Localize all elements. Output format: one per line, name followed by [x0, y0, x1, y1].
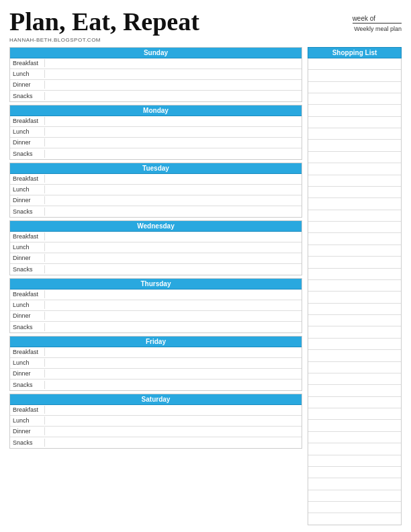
meal-row: Lunch	[10, 185, 302, 195]
meal-input[interactable]	[45, 380, 302, 390]
shopping-line[interactable]	[308, 420, 401, 431]
shopping-line[interactable]	[308, 350, 401, 361]
meal-label: Lunch	[10, 243, 45, 251]
day-block-saturday: SaturdayBreakfastLunchDinnerSnacks	[9, 394, 302, 449]
meal-input[interactable]	[45, 195, 302, 206]
shopping-line[interactable]	[308, 105, 401, 116]
meal-input[interactable]	[45, 80, 302, 90]
shopping-list-header: Shopping List	[308, 47, 402, 58]
shopping-line[interactable]	[308, 128, 401, 140]
shopping-line[interactable]	[308, 93, 401, 105]
shopping-line[interactable]	[308, 467, 401, 478]
shopping-line[interactable]	[308, 315, 401, 326]
day-block-monday: MondayBreakfastLunchDinnerSnacks	[9, 105, 302, 160]
shopping-line[interactable]	[308, 140, 401, 151]
week-of-line: week of	[353, 15, 402, 24]
meal-row: Breakfast	[10, 58, 302, 69]
meal-input[interactable]	[45, 138, 302, 148]
meal-label: Dinner	[10, 81, 45, 89]
meal-input[interactable]	[45, 405, 302, 415]
shopping-line[interactable]	[308, 163, 401, 175]
shopping-line[interactable]	[308, 245, 401, 257]
meal-label: Snacks	[10, 323, 45, 331]
shopping-line[interactable]	[308, 70, 401, 81]
meal-input[interactable]	[45, 322, 302, 332]
shopping-line[interactable]	[308, 304, 401, 315]
meal-label: Snacks	[10, 92, 45, 100]
meal-input[interactable]	[45, 437, 302, 447]
shopping-line[interactable]	[308, 339, 401, 350]
shopping-line[interactable]	[308, 373, 401, 385]
meal-input[interactable]	[45, 427, 302, 437]
meal-input[interactable]	[45, 242, 302, 253]
page: Plan, Eat, Repeat HANNAH-BETH.BLOGSPOT.C…	[0, 0, 411, 532]
meal-input[interactable]	[45, 58, 302, 69]
shopping-line[interactable]	[308, 432, 401, 443]
meal-input[interactable]	[45, 148, 302, 159]
meal-row: Snacks	[10, 206, 302, 217]
day-block-friday: FridayBreakfastLunchDinnerSnacks	[9, 336, 302, 391]
shopping-line[interactable]	[308, 292, 401, 303]
meal-input[interactable]	[45, 253, 302, 263]
shopping-line[interactable]	[308, 397, 401, 408]
meal-row: Snacks	[10, 264, 302, 275]
meal-label: Snacks	[10, 208, 45, 216]
week-of-label: week of	[353, 15, 375, 22]
shopping-line[interactable]	[308, 269, 401, 280]
meal-row: Lunch	[10, 358, 302, 369]
meal-input[interactable]	[45, 174, 302, 184]
shopping-line[interactable]	[308, 443, 401, 455]
meal-input[interactable]	[45, 116, 302, 126]
shopping-column: Shopping List	[308, 47, 402, 525]
shopping-line[interactable]	[308, 58, 401, 70]
meal-row: Snacks	[10, 148, 302, 159]
shopping-line[interactable]	[308, 222, 401, 233]
meal-row: Snacks	[10, 91, 302, 101]
meal-label: Breakfast	[10, 348, 45, 356]
meal-input[interactable]	[45, 185, 302, 195]
meal-input[interactable]	[45, 358, 302, 368]
header-right: week of Weekly meal plan	[353, 15, 402, 32]
meal-row: Snacks	[10, 437, 302, 448]
meal-input[interactable]	[45, 347, 302, 357]
meal-label: Breakfast	[10, 290, 45, 298]
shopping-line[interactable]	[308, 455, 401, 467]
shopping-line[interactable]	[308, 408, 401, 420]
meal-input[interactable]	[45, 232, 302, 242]
meal-input[interactable]	[45, 127, 302, 137]
shopping-line[interactable]	[308, 210, 401, 222]
meal-row: Breakfast	[10, 290, 302, 300]
meal-input[interactable]	[45, 300, 302, 310]
shopping-line[interactable]	[308, 513, 401, 524]
meal-input[interactable]	[45, 69, 302, 79]
shopping-line[interactable]	[308, 257, 401, 268]
meal-input[interactable]	[45, 416, 302, 426]
shopping-line[interactable]	[308, 326, 401, 338]
shopping-line[interactable]	[308, 175, 401, 187]
meal-row: Breakfast	[10, 116, 302, 127]
meal-input[interactable]	[45, 91, 302, 101]
shopping-line[interactable]	[308, 490, 401, 502]
meal-input[interactable]	[45, 311, 302, 321]
shopping-line[interactable]	[308, 187, 401, 198]
shopping-line[interactable]	[308, 233, 401, 245]
shopping-line[interactable]	[308, 152, 401, 163]
shopping-line[interactable]	[308, 280, 401, 292]
meal-input[interactable]	[45, 369, 302, 379]
meal-label: Dinner	[10, 369, 45, 378]
shopping-line[interactable]	[308, 478, 401, 490]
shopping-line[interactable]	[308, 362, 401, 373]
meal-input[interactable]	[45, 206, 302, 216]
shopping-line[interactable]	[308, 198, 401, 210]
shopping-line[interactable]	[308, 502, 401, 513]
meal-row: Dinner	[10, 427, 302, 437]
meal-input[interactable]	[45, 290, 302, 300]
shopping-line[interactable]	[308, 385, 401, 396]
meal-row: Lunch	[10, 300, 302, 311]
meal-row: Lunch	[10, 416, 302, 427]
days-column: SundayBreakfastLunchDinnerSnacksMondayBr…	[9, 47, 302, 525]
meal-label: Breakfast	[10, 232, 45, 240]
shopping-line[interactable]	[308, 82, 401, 93]
shopping-line[interactable]	[308, 117, 401, 128]
meal-input[interactable]	[45, 264, 302, 274]
